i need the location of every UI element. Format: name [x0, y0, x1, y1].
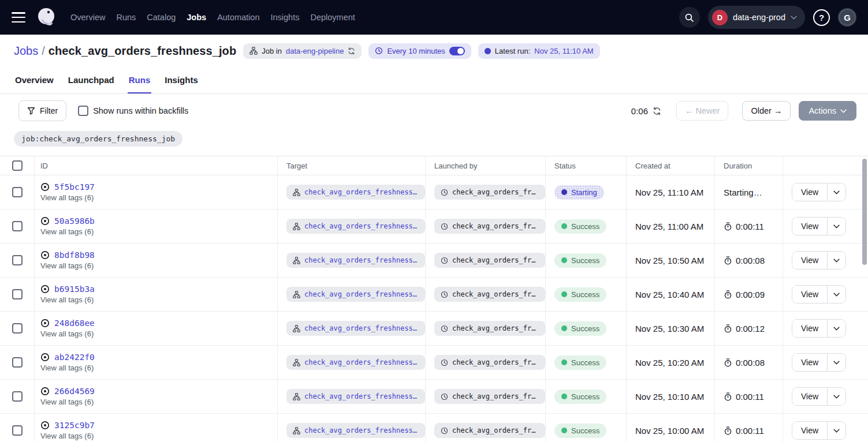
dagster-logo[interactable] [35, 6, 58, 29]
active-filters: job:check_avg_orders_freshness_job [0, 128, 868, 156]
view-dropdown-button[interactable] [827, 354, 845, 371]
view-button[interactable]: View [792, 286, 827, 303]
job-icon [249, 47, 258, 55]
nav-item-overview[interactable]: Overview [70, 13, 105, 22]
breadcrumb: Jobs / check_avg_orders_freshness_job [14, 44, 236, 58]
pipeline-link[interactable]: data-eng-pipeline [286, 47, 344, 55]
breadcrumb-jobs-link[interactable]: Jobs [14, 44, 38, 58]
help-button[interactable]: ? [813, 9, 830, 26]
launched-by-pill[interactable]: check_avg_orders_freshn… [434, 287, 545, 302]
tab-runs[interactable]: Runs [128, 70, 152, 93]
schedule-toggle[interactable] [449, 47, 465, 55]
view-all-tags-link[interactable]: View all tags (6) [40, 227, 94, 236]
view-button[interactable]: View [792, 320, 827, 337]
reload-icon[interactable] [348, 47, 355, 55]
row-checkbox[interactable] [12, 425, 23, 436]
target-pill[interactable]: check_avg_orders_freshness_job [286, 287, 425, 302]
nav-item-deployment[interactable]: Deployment [310, 13, 355, 22]
target-pill[interactable]: check_avg_orders_freshness_job [286, 389, 425, 404]
job-icon [293, 325, 300, 332]
view-all-tags-link[interactable]: View all tags (6) [40, 329, 94, 338]
tab-insights[interactable]: Insights [163, 70, 199, 93]
row-checkbox[interactable] [12, 187, 23, 197]
view-button[interactable]: View [792, 388, 827, 405]
view-button[interactable]: View [792, 252, 827, 269]
row-checkbox[interactable] [12, 221, 23, 231]
view-all-tags-link[interactable]: View all tags (6) [40, 432, 94, 440]
view-button-group: View [792, 217, 846, 235]
view-dropdown-button[interactable] [827, 252, 845, 269]
nav-item-runs[interactable]: Runs [116, 13, 136, 22]
nav-item-automation[interactable]: Automation [217, 13, 259, 22]
view-dropdown-button[interactable] [827, 320, 845, 337]
job-icon [293, 189, 300, 196]
nav-item-catalog[interactable]: Catalog [147, 13, 176, 22]
nav-item-insights[interactable]: Insights [270, 13, 299, 22]
select-all-checkbox[interactable] [12, 160, 23, 171]
table-row: 266d4569 View all tags (6) check_avg_ord… [0, 380, 868, 414]
launched-by-pill[interactable]: check_avg_orders_freshn… [434, 321, 545, 336]
launched-by-pill[interactable]: check_avg_orders_freshn… [434, 389, 545, 404]
actions-button[interactable]: Actions [799, 101, 856, 121]
launched-by-pill[interactable]: check_avg_orders_freshn… [434, 253, 545, 268]
duration-value: 0:00:08 [724, 358, 765, 368]
schedule-clock-icon [441, 393, 448, 400]
row-checkbox[interactable] [12, 357, 23, 368]
launched-by-pill[interactable]: check_avg_orders_freshn… [434, 185, 545, 200]
run-id-link[interactable]: 3125c9b7 [54, 421, 95, 430]
run-id-link[interactable]: 50a5986b [54, 216, 95, 226]
run-state-dot-icon [485, 48, 491, 54]
user-avatar[interactable]: G [838, 8, 856, 27]
view-all-tags-link[interactable]: View all tags (6) [40, 295, 94, 304]
view-button[interactable]: View [792, 183, 827, 201]
run-id-link[interactable]: 266d4569 [54, 387, 95, 396]
latest-run-link[interactable]: Nov 25, 11:10 AM [534, 47, 593, 55]
target-pill[interactable]: check_avg_orders_freshness_job [286, 185, 425, 200]
row-checkbox[interactable] [12, 289, 23, 299]
filter-button[interactable]: Filter [18, 100, 66, 121]
target-pill[interactable]: check_avg_orders_freshness_job [286, 423, 425, 438]
tab-overview[interactable]: Overview [14, 70, 55, 93]
target-pill[interactable]: check_avg_orders_freshness_job [286, 321, 425, 336]
run-id-link[interactable]: 5f5bc197 [54, 182, 95, 192]
view-button[interactable]: View [792, 422, 827, 439]
target-pill[interactable]: check_avg_orders_freshness_job [286, 355, 425, 370]
backfills-checkbox[interactable] [78, 106, 88, 116]
view-dropdown-button[interactable] [827, 286, 845, 303]
view-dropdown-button[interactable] [827, 183, 845, 201]
view-dropdown-button[interactable] [827, 218, 845, 235]
view-button[interactable]: View [792, 218, 827, 235]
newer-button[interactable]: ← Newer [676, 101, 728, 121]
view-dropdown-button[interactable] [827, 388, 845, 405]
schedule-badge: Every 10 minutes [368, 43, 471, 59]
row-checkbox[interactable] [12, 323, 23, 334]
launched-by-pill[interactable]: check_avg_orders_freshn… [434, 423, 545, 438]
older-button[interactable]: Older → [742, 101, 791, 121]
run-id-link[interactable]: b6915b3a [54, 284, 95, 294]
target-pill[interactable]: check_avg_orders_freshness_job [286, 219, 425, 234]
view-all-tags-link[interactable]: View all tags (6) [40, 193, 94, 202]
target-pill[interactable]: check_avg_orders_freshness_job [286, 253, 425, 268]
deployment-switcher[interactable]: D data-eng-prod [708, 6, 805, 29]
view-button[interactable]: View [792, 354, 827, 371]
tab-launchpad[interactable]: Launchpad [67, 70, 116, 93]
row-checkbox[interactable] [12, 255, 23, 265]
view-dropdown-button[interactable] [827, 422, 845, 439]
run-id-link[interactable]: 8bdf8b98 [54, 250, 95, 260]
hamburger-menu-icon[interactable] [12, 12, 25, 23]
view-all-tags-link[interactable]: View all tags (6) [40, 364, 94, 372]
refresh-button[interactable] [653, 107, 661, 115]
status-badge: Success [554, 424, 606, 438]
run-id-link[interactable]: ab2422f0 [54, 353, 95, 362]
vertical-scrollbar[interactable] [862, 159, 867, 265]
row-checkbox[interactable] [12, 391, 23, 402]
view-all-tags-link[interactable]: View all tags (6) [40, 261, 94, 270]
search-button[interactable] [679, 7, 700, 28]
view-all-tags-link[interactable]: View all tags (6) [40, 398, 94, 406]
launched-by-pill[interactable]: check_avg_orders_freshn… [434, 355, 545, 370]
nav-item-jobs[interactable]: Jobs [187, 13, 206, 22]
breadcrumb-separator: / [42, 44, 45, 58]
job-filter-tag[interactable]: job:check_avg_orders_freshness_job [14, 131, 182, 147]
launched-by-pill[interactable]: check_avg_orders_freshn… [434, 219, 545, 234]
run-id-link[interactable]: 248d68ee [54, 319, 95, 328]
